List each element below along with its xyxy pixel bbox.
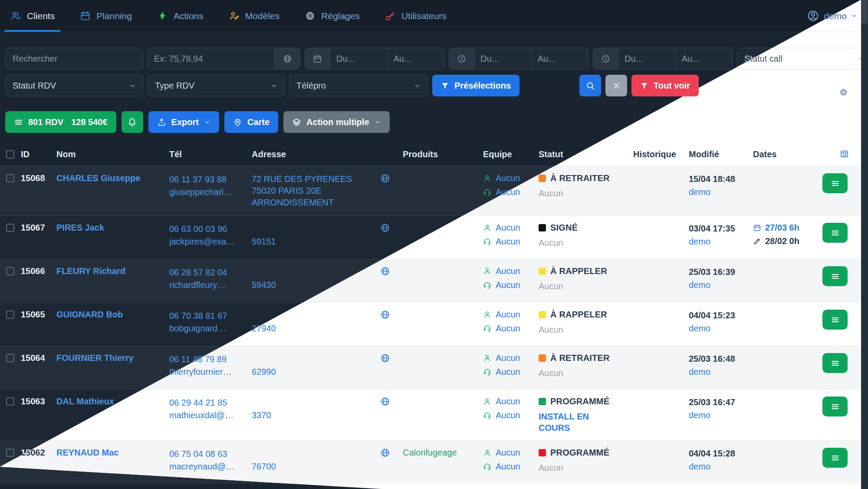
phone-link[interactable]: 06 63 00 03 96 bbox=[169, 223, 242, 235]
globe-map-icon[interactable] bbox=[380, 353, 390, 363]
globe-map-icon[interactable] bbox=[380, 310, 390, 320]
email-link[interactable]: mathieuxdal@… bbox=[169, 409, 242, 422]
statut-secondaire[interactable]: Aucun bbox=[539, 367, 624, 379]
row-menu-button[interactable] bbox=[822, 173, 848, 193]
rdv-summary-button[interactable]: 801 RDV 128 540€ bbox=[5, 111, 116, 133]
tab-planning[interactable]: Planning bbox=[80, 0, 132, 32]
statut-secondaire[interactable]: Aucun bbox=[539, 462, 624, 473]
statut-label[interactable]: SIGNÉ bbox=[550, 223, 578, 233]
modified-user-link[interactable]: demo bbox=[689, 324, 743, 334]
client-name-link[interactable]: DAL Mathieux bbox=[56, 396, 114, 406]
departments-input[interactable] bbox=[148, 48, 274, 69]
date-range-calendar-button[interactable] bbox=[305, 48, 330, 69]
telepro-select[interactable]: Télépro bbox=[289, 75, 428, 96]
row-menu-button[interactable] bbox=[822, 396, 848, 416]
columns-settings-icon[interactable] bbox=[840, 149, 849, 159]
email-link[interactable]: richardfleury… bbox=[169, 279, 242, 291]
search-button[interactable] bbox=[579, 75, 601, 96]
tab-actions[interactable]: Actions bbox=[157, 0, 204, 32]
row-menu-button[interactable] bbox=[822, 310, 848, 330]
globe-map-icon[interactable] bbox=[380, 266, 390, 276]
equipe-commercial-link[interactable]: Aucun bbox=[496, 223, 520, 233]
date-from-input[interactable] bbox=[330, 48, 387, 69]
equipe-commercial-link[interactable]: Aucun bbox=[496, 310, 520, 320]
globe-map-icon[interactable] bbox=[380, 396, 390, 406]
statut-secondaire[interactable]: INSTALL EN COURS bbox=[539, 411, 599, 433]
row-checkbox[interactable] bbox=[6, 449, 14, 457]
client-name-link[interactable]: FLEURY Richard bbox=[56, 266, 125, 276]
equipe-telepro-link[interactable]: Aucun bbox=[496, 237, 520, 247]
row-checkbox[interactable] bbox=[6, 354, 14, 362]
preselections-button[interactable]: Présélections bbox=[432, 75, 519, 96]
row-checkbox[interactable] bbox=[6, 397, 14, 406]
type-rdv-select[interactable]: Type RDV bbox=[148, 75, 285, 96]
address-link[interactable]: 59151 bbox=[252, 236, 276, 248]
modified-user-link[interactable]: demo bbox=[689, 280, 743, 290]
modified-user-link[interactable]: demo bbox=[689, 187, 743, 197]
time-range-2-clock-button[interactable] bbox=[593, 48, 618, 69]
equipe-commercial-link[interactable]: Aucun bbox=[496, 396, 520, 406]
time1-from-input[interactable] bbox=[474, 48, 531, 69]
statut-label[interactable]: PROGRAMMÉ bbox=[550, 396, 609, 406]
client-name-link[interactable]: CHARLES Giuseppe bbox=[56, 173, 140, 183]
email-link[interactable]: jackpires@exa… bbox=[169, 235, 242, 248]
select-all-checkbox[interactable] bbox=[6, 150, 14, 159]
client-name-link[interactable]: FOURNIER Thierry bbox=[56, 353, 134, 363]
notifications-button[interactable] bbox=[122, 111, 143, 133]
statut-label[interactable]: À RETRAITER bbox=[550, 353, 610, 363]
globe-map-icon[interactable] bbox=[380, 223, 390, 233]
statut-secondaire[interactable]: Aucun bbox=[539, 324, 624, 335]
row-checkbox[interactable] bbox=[6, 174, 14, 182]
statut-rdv-select[interactable]: Statut RDV bbox=[5, 75, 143, 96]
tab-modeles[interactable]: Modèles bbox=[229, 0, 279, 32]
tout-voir-button[interactable]: Tout voir bbox=[631, 75, 699, 96]
statut-secondaire[interactable]: Aucun bbox=[539, 281, 624, 292]
time2-to-input[interactable] bbox=[676, 48, 733, 69]
phone-link[interactable]: 06 75 04 08 63 bbox=[169, 448, 242, 460]
row-menu-button[interactable] bbox=[822, 266, 848, 286]
modified-user-link[interactable]: demo bbox=[689, 462, 743, 472]
address-link[interactable]: 59430 bbox=[252, 279, 276, 291]
table-settings-gear-icon[interactable] bbox=[839, 88, 848, 97]
client-name-link[interactable]: PIRES Jack bbox=[56, 223, 104, 232]
time2-from-input[interactable] bbox=[618, 48, 675, 69]
equipe-commercial-link[interactable]: Aucun bbox=[496, 448, 520, 458]
modified-user-link[interactable]: demo bbox=[689, 367, 743, 377]
time-range-1-clock-button[interactable] bbox=[449, 48, 474, 69]
equipe-commercial-link[interactable]: Aucun bbox=[496, 353, 520, 363]
client-name-link[interactable]: REYNAUD Mac bbox=[56, 448, 118, 457]
action-multiple-button[interactable]: Action multiple bbox=[283, 111, 389, 133]
scrollbar[interactable] bbox=[861, 0, 868, 489]
carte-button[interactable]: Carte bbox=[224, 111, 278, 133]
equipe-commercial-link[interactable]: Aucun bbox=[496, 266, 520, 276]
statut-secondaire[interactable]: Aucun bbox=[539, 237, 624, 248]
globe-map-icon[interactable] bbox=[380, 173, 390, 183]
equipe-telepro-link[interactable]: Aucun bbox=[496, 462, 520, 472]
row-menu-button[interactable] bbox=[822, 223, 848, 243]
phone-link[interactable]: 06 11 37 93 88 bbox=[169, 173, 242, 186]
email-link[interactable]: macreynaud@… bbox=[169, 460, 242, 473]
modified-user-link[interactable]: demo bbox=[689, 237, 743, 247]
row-menu-button[interactable] bbox=[822, 448, 848, 468]
row-checkbox[interactable] bbox=[6, 267, 14, 275]
row-checkbox[interactable] bbox=[6, 224, 14, 232]
email-link[interactable]: giuseppecharl… bbox=[169, 186, 242, 198]
equipe-telepro-link[interactable]: Aucun bbox=[496, 280, 520, 290]
statut-label[interactable]: À RAPPELER bbox=[550, 266, 607, 276]
equipe-telepro-link[interactable]: Aucun bbox=[496, 324, 520, 334]
email-link[interactable]: bobguignard… bbox=[169, 322, 242, 335]
export-button[interactable]: Export bbox=[148, 111, 219, 133]
departments-globe-button[interactable] bbox=[275, 48, 300, 69]
row-menu-button[interactable] bbox=[822, 353, 848, 373]
tab-reglages[interactable]: Réglages bbox=[305, 0, 360, 32]
search-input[interactable] bbox=[5, 48, 143, 69]
statut-label[interactable]: PROGRAMMÉ bbox=[550, 448, 609, 458]
client-name-link[interactable]: GUIGNARD Bob bbox=[56, 310, 123, 319]
tab-clients[interactable]: Clients bbox=[10, 0, 55, 32]
time1-to-input[interactable] bbox=[532, 48, 589, 69]
modified-user-link[interactable]: demo bbox=[689, 410, 743, 420]
address-link[interactable]: 62990 bbox=[252, 366, 276, 378]
phone-link[interactable]: 06 29 44 21 85 bbox=[169, 396, 242, 409]
phone-link[interactable]: 06 28 57 82 04 bbox=[169, 266, 242, 279]
statut-label[interactable]: À RETRAITER bbox=[550, 173, 610, 183]
